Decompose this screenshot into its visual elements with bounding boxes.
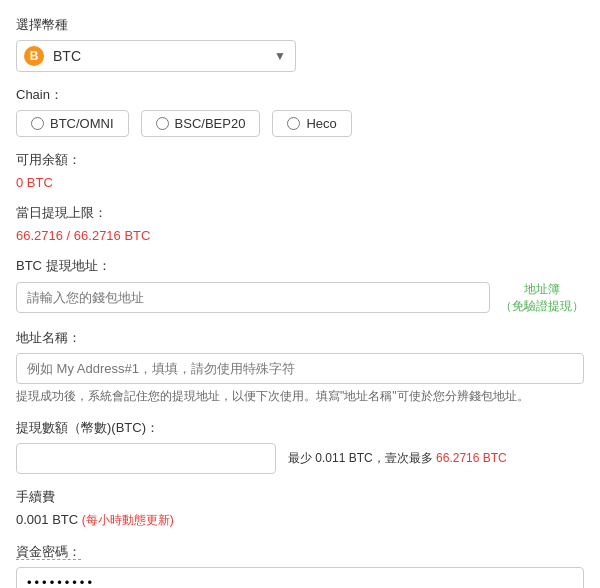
chain-radio-btcomni[interactable]	[31, 117, 44, 130]
chain-option-bscbep20[interactable]: BSC/BEP20	[141, 110, 261, 137]
address-label: BTC 提現地址：	[16, 257, 584, 275]
password-label-text: 資金密碼：	[16, 544, 81, 560]
address-name-label: 地址名稱：	[16, 329, 584, 347]
chain-option-heco[interactable]: Heco	[272, 110, 351, 137]
fee-amount: 0.001 BTC	[16, 512, 78, 527]
currency-label: 選擇幣種	[16, 16, 584, 34]
available-label: 可用余額：	[16, 151, 584, 169]
address-input[interactable]	[16, 282, 490, 313]
chain-option-label-btcomni: BTC/OMNI	[50, 116, 114, 131]
password-input[interactable]	[16, 567, 584, 588]
address-row: 地址簿 （免驗證提現）	[16, 281, 584, 315]
currency-selector-section: 選擇幣種 B BTC ▼	[16, 16, 584, 72]
fee-label: 手續費	[16, 488, 584, 506]
daily-limit-label: 當日提現上限：	[16, 204, 584, 222]
address-name-hint: 提現成功後，系統會記住您的提現地址，以便下次使用。填寫"地址名稱"可使於您分辨錢…	[16, 388, 584, 405]
amount-hint: 最少 0.011 BTC，壹次最多 66.2716 BTC	[288, 450, 507, 467]
fee-section: 手續費 0.001 BTC (每小時動態更新)	[16, 488, 584, 529]
currency-select[interactable]: BTC	[16, 40, 296, 72]
password-section: 資金密碼：	[16, 543, 584, 588]
amount-hint-max: 66.2716 BTC	[436, 451, 507, 465]
address-name-section: 地址名稱： 提現成功後，系統會記住您的提現地址，以便下次使用。填寫"地址名稱"可…	[16, 329, 584, 405]
chain-section: Chain： BTC/OMNI BSC/BEP20 Heco	[16, 86, 584, 137]
currency-select-wrapper[interactable]: B BTC ▼	[16, 40, 296, 72]
chain-options: BTC/OMNI BSC/BEP20 Heco	[16, 110, 584, 137]
amount-section: 提現數額（幣數)(BTC)： 最少 0.011 BTC，壹次最多 66.2716…	[16, 419, 584, 474]
amount-label: 提現數額（幣數)(BTC)：	[16, 419, 584, 437]
available-section: 可用余額： 0 BTC	[16, 151, 584, 190]
address-book-link[interactable]: 地址簿 （免驗證提現）	[500, 281, 584, 315]
password-label: 資金密碼：	[16, 543, 584, 561]
amount-row: 最少 0.011 BTC，壹次最多 66.2716 BTC	[16, 443, 584, 474]
fee-update-hint: (每小時動態更新)	[82, 513, 174, 527]
daily-limit-value: 66.2716 / 66.2716 BTC	[16, 228, 584, 243]
chain-option-btcomni[interactable]: BTC/OMNI	[16, 110, 129, 137]
address-section: BTC 提現地址： 地址簿 （免驗證提現）	[16, 257, 584, 315]
amount-input[interactable]	[16, 443, 276, 474]
chain-label: Chain：	[16, 86, 584, 104]
chain-radio-heco[interactable]	[287, 117, 300, 130]
address-name-input[interactable]	[16, 353, 584, 384]
chain-radio-bscbep20[interactable]	[156, 117, 169, 130]
fee-value: 0.001 BTC (每小時動態更新)	[16, 512, 584, 529]
amount-hint-prefix: 最少 0.011 BTC，壹次最多	[288, 451, 433, 465]
available-value: 0 BTC	[16, 175, 584, 190]
chain-option-label-bscbep20: BSC/BEP20	[175, 116, 246, 131]
daily-limit-section: 當日提現上限： 66.2716 / 66.2716 BTC	[16, 204, 584, 243]
chain-option-label-heco: Heco	[306, 116, 336, 131]
